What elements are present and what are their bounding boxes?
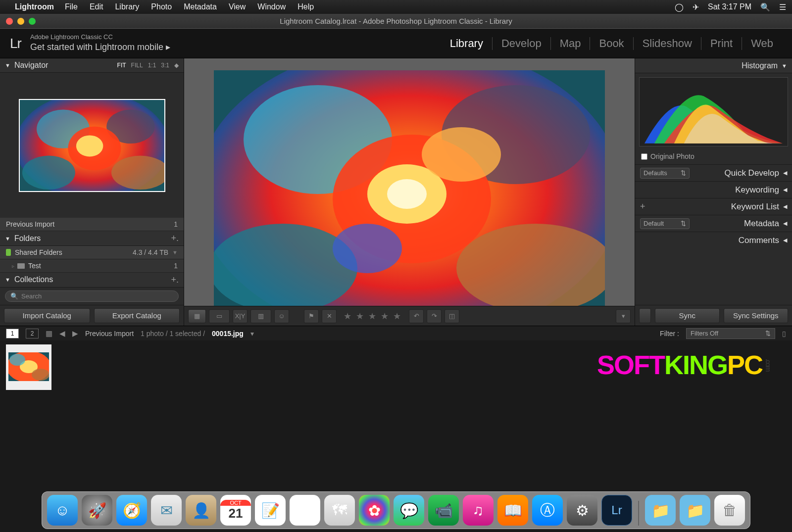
toolbar-menu-icon[interactable]: ▾	[616, 309, 631, 323]
module-print[interactable]: Print	[701, 37, 742, 50]
grid-small-icon[interactable]: ▦	[46, 329, 52, 338]
keyword-list-header[interactable]: + Keyword List ◀	[635, 198, 792, 215]
menu-window[interactable]: Window	[257, 2, 286, 11]
dock-contacts-icon[interactable]: 👤	[186, 495, 216, 526]
previous-import-row[interactable]: Previous Import 1	[0, 218, 184, 231]
filename-dropdown-icon[interactable]: ▾	[250, 330, 254, 338]
monitor-2-button[interactable]: 2	[26, 329, 39, 339]
module-map[interactable]: Map	[550, 37, 590, 50]
search-icon[interactable]: 🔍	[760, 2, 770, 12]
add-keyword-icon[interactable]: +	[640, 201, 645, 212]
zoom-3-1[interactable]: 3:1	[161, 62, 169, 69]
dock-photos-icon[interactable]: ✿	[359, 495, 390, 526]
rotate-ccw-icon[interactable]: ↶	[409, 309, 424, 323]
dock-folder-icon[interactable]: 📁	[645, 495, 676, 526]
menu-metadata[interactable]: Metadata	[184, 2, 217, 11]
dock-safari-icon[interactable]: 🧭	[116, 495, 147, 526]
filmstrip[interactable]: SOFTKINGPC .com	[0, 340, 792, 394]
filmstrip-thumbnail[interactable]	[6, 344, 51, 390]
dock-messages-icon[interactable]: 💬	[394, 495, 424, 526]
grid-view-icon[interactable]: ▦	[188, 309, 206, 323]
identity-plate[interactable]: Adobe Lightroom Classic CC Get started w…	[30, 33, 170, 53]
dock-launchpad-icon[interactable]: 🚀	[82, 495, 112, 526]
dock-lightroom-icon[interactable]: Lr	[601, 495, 632, 526]
zoom-fill[interactable]: FILL	[131, 62, 143, 69]
menu-edit[interactable]: Edit	[90, 2, 103, 11]
dock-mail-icon[interactable]: ✉	[151, 495, 182, 526]
dock-folder-icon[interactable]: 📁	[680, 495, 710, 526]
module-web[interactable]: Web	[742, 37, 782, 50]
sync-toggle-icon[interactable]	[639, 308, 651, 323]
module-library[interactable]: Library	[441, 37, 492, 50]
dock-trash-icon[interactable]: 🗑	[714, 495, 745, 526]
compare-view-icon[interactable]: X|Y	[233, 309, 248, 323]
nav-back-icon[interactable]: ◀	[59, 329, 65, 338]
module-slideshow[interactable]: Slideshow	[633, 37, 701, 50]
survey-view-icon[interactable]: ▥	[250, 309, 271, 323]
dock-facetime-icon[interactable]: 📹	[428, 495, 459, 526]
nav-forward-icon[interactable]: ▶	[72, 329, 78, 338]
menu-help[interactable]: Help	[297, 2, 314, 11]
dock-appstore-icon[interactable]: Ⓐ	[532, 495, 563, 526]
sync-button[interactable]: Sync	[655, 308, 720, 323]
monitor-1-button[interactable]: 1	[6, 329, 19, 339]
chevron-right-icon[interactable]: ▹	[12, 263, 14, 269]
filter-dropdown[interactable]: Filters Off⇅	[686, 328, 775, 339]
folder-row[interactable]: ▹ Test 1	[0, 259, 184, 273]
metadata-header[interactable]: Default⇅ Metadata ◀	[635, 215, 792, 232]
import-catalog-button[interactable]: Import Catalog	[4, 308, 90, 323]
menu-library[interactable]: Library	[115, 2, 139, 11]
cc-icon[interactable]: ◯	[675, 2, 684, 12]
comments-header[interactable]: Comments ◀	[635, 232, 792, 248]
keywording-header[interactable]: Keywording ◀	[635, 181, 792, 198]
dock-itunes-icon[interactable]: ♫	[463, 495, 494, 526]
dock-notes-icon[interactable]: 📝	[255, 495, 286, 526]
dock-settings-icon[interactable]: ⚙	[567, 495, 597, 526]
module-book[interactable]: Book	[590, 37, 633, 50]
navigator-thumbnail[interactable]	[19, 99, 165, 192]
loupe-view[interactable]	[184, 58, 635, 326]
menu-view[interactable]: View	[229, 2, 246, 11]
menubar-datetime[interactable]: Sat 3:17 PM	[708, 2, 751, 11]
current-filename[interactable]: 00015.jpg	[212, 330, 244, 338]
menu-file[interactable]: File	[65, 2, 78, 11]
dock-maps-icon[interactable]: 🗺	[324, 495, 355, 526]
dock-finder-icon[interactable]: ☺	[47, 495, 78, 526]
menu-photo[interactable]: Photo	[151, 2, 172, 11]
zoom-1-1[interactable]: 1:1	[148, 62, 156, 69]
metadata-preset-dropdown[interactable]: Default⇅	[640, 218, 690, 229]
histogram-display[interactable]	[639, 77, 788, 146]
quick-develop-header[interactable]: Defaults⇅ Quick Develop ◀	[635, 164, 792, 181]
collections-search[interactable]: 🔍 Search	[5, 290, 179, 302]
add-folder-icon[interactable]: +.	[171, 233, 179, 243]
dock-ibooks-icon[interactable]: 📖	[497, 495, 528, 526]
dock-reminders-icon[interactable]: ☑	[290, 495, 320, 526]
crop-icon[interactable]: ◫	[445, 309, 459, 323]
collections-header[interactable]: ▼ Collections +.	[0, 273, 184, 287]
loupe-view-icon[interactable]: ▭	[209, 309, 230, 323]
zoom-fit[interactable]: FIT	[117, 62, 126, 69]
shared-folders-row[interactable]: Shared Folders 4.3 / 4.4 TB ▼	[0, 246, 184, 259]
quick-develop-preset-dropdown[interactable]: Defaults⇅	[640, 168, 690, 179]
navigator-header[interactable]: ▼ Navigator FIT FILL 1:1 3:1 ◆	[0, 58, 184, 73]
menu-icon[interactable]: ☰	[779, 2, 786, 12]
sync-settings-button[interactable]: Sync Settings	[724, 308, 789, 323]
rating-stars[interactable]: ★ ★ ★ ★ ★	[340, 311, 406, 322]
histogram-header[interactable]: Histogram ▼	[635, 58, 792, 73]
notification-icon[interactable]: ✈	[693, 2, 699, 12]
add-collection-icon[interactable]: +.	[171, 275, 179, 285]
chevron-down-icon[interactable]: ▼	[172, 249, 178, 255]
filter-lock-icon[interactable]: ▯	[782, 330, 786, 338]
zoom-stepper-icon[interactable]: ◆	[174, 62, 179, 69]
export-catalog-button[interactable]: Export Catalog	[94, 308, 180, 323]
flag-pick-icon[interactable]: ⚑	[304, 309, 319, 323]
people-view-icon[interactable]: ☺	[274, 309, 289, 323]
path-previous-import[interactable]: Previous Import	[85, 330, 134, 338]
folders-header[interactable]: ▼ Folders +.	[0, 231, 184, 245]
dock-calendar-icon[interactable]: OCT 21	[220, 495, 251, 526]
flag-reject-icon[interactable]: ✕	[322, 309, 337, 323]
original-photo-checkbox[interactable]	[641, 153, 647, 160]
rotate-cw-icon[interactable]: ↷	[427, 309, 442, 323]
menubar-appname[interactable]: Lightroom	[15, 2, 54, 11]
module-develop[interactable]: Develop	[492, 37, 550, 50]
